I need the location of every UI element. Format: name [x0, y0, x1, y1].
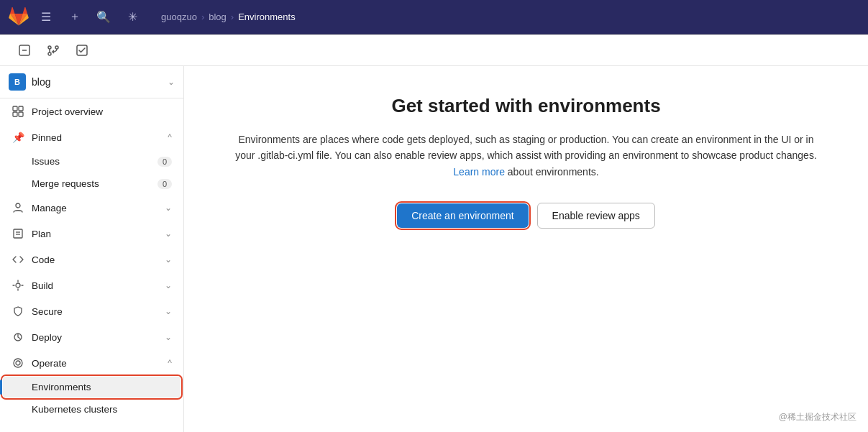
project-selector[interactable]: B blog ⌄	[0, 66, 183, 98]
sidebar-item-merge-requests[interactable]: Merge requests 0	[3, 173, 181, 194]
svg-point-18	[14, 359, 22, 367]
svg-point-11	[16, 203, 20, 208]
deploy-icon	[12, 331, 24, 344]
plan-label: Plan	[32, 229, 157, 239]
svg-point-15	[16, 283, 20, 288]
breadcrumb-project[interactable]: blog	[209, 12, 227, 22]
issues-toolbar-icon[interactable]	[12, 37, 37, 63]
action-buttons: Create an environment Enable review apps	[227, 203, 825, 229]
breadcrumb-current: Environments	[238, 12, 295, 22]
description-text-part2: about environments.	[508, 166, 599, 178]
secure-chevron-icon: ⌄	[165, 306, 172, 316]
build-chevron-icon: ⌄	[165, 280, 172, 290]
enable-review-apps-button[interactable]: Enable review apps	[537, 203, 655, 229]
project-name: blog	[32, 76, 162, 88]
project-avatar: B	[9, 73, 26, 91]
pinned-label: Pinned	[32, 132, 160, 143]
sidebar-section-deploy[interactable]: Deploy ⌄	[3, 325, 181, 349]
sidebar-section-manage[interactable]: Manage ⌄	[3, 196, 181, 220]
build-icon	[12, 279, 24, 292]
deploy-chevron-icon: ⌄	[165, 332, 172, 342]
page-description: Environments are places where code gets …	[227, 132, 825, 180]
page-title: Get started with environments	[227, 95, 825, 117]
secure-icon	[12, 305, 24, 318]
svg-point-4	[55, 46, 58, 49]
project-overview-icon	[12, 105, 24, 118]
secure-label: Secure	[32, 306, 157, 317]
sidebar-item-issues[interactable]: Issues 0	[3, 151, 181, 172]
sidebar-item-kubernetes-clusters[interactable]: Kubernetes clusters	[3, 399, 181, 420]
merge-requests-label: Merge requests	[32, 178, 152, 189]
sidebar-item-environments[interactable]: Environments	[3, 377, 181, 397]
sidebar: B blog ⌄ Project overview 📌 Pinned ^ Is	[0, 66, 184, 432]
code-icon	[12, 253, 24, 266]
sidebar-section-plan[interactable]: Plan ⌄	[3, 221, 181, 246]
breadcrumb-user[interactable]: guoqzuo	[161, 12, 197, 22]
description-text-part1: Environments are places where code gets …	[235, 134, 817, 161]
svg-rect-8	[19, 106, 23, 111]
search-icon[interactable]: 🔍	[92, 6, 115, 29]
sidebar-item-project-overview[interactable]: Project overview	[3, 99, 181, 124]
sidebar-section-pinned[interactable]: 📌 Pinned ^	[3, 125, 181, 150]
build-label: Build	[32, 280, 157, 291]
operate-label: Operate	[32, 358, 160, 369]
svg-rect-10	[19, 112, 23, 116]
project-overview-label: Project overview	[32, 106, 172, 117]
pin-icon: 📌	[12, 131, 24, 144]
code-label: Code	[32, 254, 157, 265]
plan-icon	[12, 227, 24, 240]
svg-point-17	[16, 361, 20, 365]
create-new-icon[interactable]: ＋	[63, 6, 86, 29]
svg-rect-12	[14, 229, 22, 238]
main-content: Get started with environments Environmen…	[184, 66, 868, 432]
breadcrumb: guoqzuo › blog › Environments	[150, 12, 859, 22]
operate-chevron-icon: ^	[168, 358, 172, 368]
svg-point-2	[48, 46, 51, 49]
main-layout: B blog ⌄ Project overview 📌 Pinned ^ Is	[0, 66, 868, 432]
todo-toolbar-icon[interactable]	[69, 37, 95, 63]
chevron-up-icon: ^	[168, 132, 172, 142]
kubernetes-clusters-label: Kubernetes clusters	[32, 404, 172, 415]
issues-label: Issues	[32, 156, 152, 167]
sidebar-toggle-icon[interactable]: ☰	[35, 6, 58, 29]
learn-more-link[interactable]: Learn more	[453, 166, 505, 178]
top-navigation: ☰ ＋ 🔍 ✳ guoqzuo › blog › Environments	[0, 0, 868, 35]
create-environment-button[interactable]: Create an environment	[397, 203, 528, 228]
svg-point-3	[48, 52, 51, 55]
manage-chevron-icon: ⌄	[165, 203, 172, 213]
sidebar-section-code[interactable]: Code ⌄	[3, 247, 181, 272]
sidebar-section-operate[interactable]: Operate ^	[3, 351, 181, 375]
activity-icon[interactable]: ✳	[121, 6, 144, 29]
environments-label: Environments	[32, 382, 172, 392]
sidebar-section-build[interactable]: Build ⌄	[3, 273, 181, 298]
chevron-down-icon: ⌄	[168, 77, 175, 87]
svg-rect-9	[13, 112, 17, 116]
content-inner: Get started with environments Environmen…	[227, 95, 825, 229]
issues-count: 0	[157, 157, 172, 167]
operate-icon	[12, 357, 24, 369]
code-chevron-icon: ⌄	[165, 254, 172, 265]
sidebar-section-secure[interactable]: Secure ⌄	[3, 299, 181, 323]
manage-label: Manage	[32, 203, 157, 213]
deploy-label: Deploy	[32, 332, 157, 343]
watermark: @稀土掘金技术社区	[779, 411, 856, 423]
svg-rect-7	[13, 106, 17, 111]
merge-requests-count: 0	[157, 179, 172, 189]
secondary-toolbar	[0, 35, 868, 66]
merge-request-toolbar-icon[interactable]	[40, 37, 66, 63]
manage-icon	[12, 201, 24, 214]
plan-chevron-icon: ⌄	[165, 229, 172, 239]
gitlab-logo[interactable]	[9, 7, 29, 27]
